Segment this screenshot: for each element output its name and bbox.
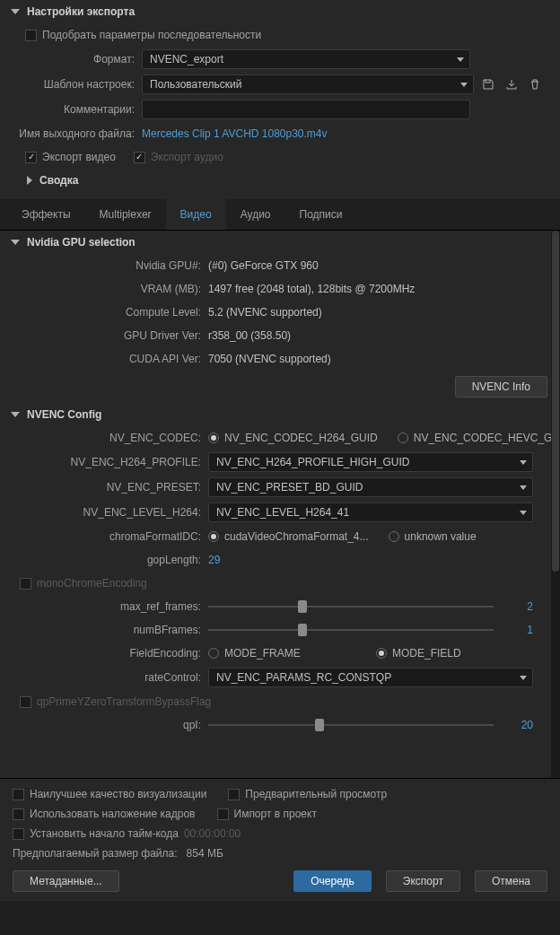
comments-input[interactable] (142, 100, 470, 119)
codec-hevc-radio[interactable]: NV_ENC_CODEC_HEVC_GUID (398, 432, 560, 444)
field-field-radio[interactable]: MODE_FIELD (376, 647, 461, 660)
level-dropdown[interactable]: NV_ENC_LEVEL_H264_41 (208, 502, 533, 522)
vram-value: 1497 free (2048 total), 128bits @ 7200MH… (208, 283, 415, 295)
cuda-value: 7050 (NVENC supported) (208, 353, 331, 365)
tab-effects[interactable]: Эффекты (7, 199, 85, 230)
qpi-slider[interactable] (208, 717, 494, 733)
import-checkbox[interactable] (217, 808, 229, 820)
overlay-label: Использовать наложение кадров (30, 808, 196, 820)
codec-h264-radio[interactable]: NV_ENC_CODEC_H264_GUID (208, 432, 378, 444)
qp-flag-label: qpPrimeYZeroTransformBypassFlag (37, 695, 211, 708)
import-label: Импорт в проект (234, 808, 317, 820)
preview-checkbox[interactable] (228, 789, 240, 800)
maxref-slider[interactable] (208, 599, 494, 615)
export-settings-header[interactable]: Настройки экспорта (0, 0, 560, 23)
tabbar: Эффекты Multiplexer Видео Аудио Подписи (0, 199, 560, 231)
vram-label: VRAM (MB): (0, 283, 208, 295)
tab-audio[interactable]: Аудио (226, 199, 285, 230)
monochrome-label: monoChromeEncoding (37, 577, 147, 590)
nv-preset-dropdown[interactable]: NV_ENC_PRESET_BD_GUID (208, 477, 533, 497)
format-label: Формат: (0, 53, 142, 66)
filesize-value: 854 МБ (187, 847, 223, 860)
monochrome-checkbox[interactable] (20, 578, 31, 590)
preset-label: Шаблон настроек: (0, 78, 142, 91)
chevron-down-icon (11, 240, 20, 245)
format-dropdown[interactable]: NVENC_export (142, 49, 470, 69)
chevron-down-icon (11, 412, 20, 417)
codec-label: NV_ENC_CODEC: (0, 432, 208, 444)
numb-slider[interactable] (208, 622, 494, 638)
compute-label: Compute Level: (0, 306, 208, 319)
driver-label: GPU Driver Ver: (0, 329, 208, 342)
gpu-section-title: Nvidia GPU selection (27, 236, 136, 249)
tab-video[interactable]: Видео (166, 199, 226, 230)
comments-label: Комментарии: (0, 103, 142, 116)
nv-preset-label: NV_ENC_PRESET: (0, 481, 208, 494)
chroma-label: chromaFormatIDC: (0, 530, 208, 543)
driver-value: r358_00 (358.50) (208, 329, 291, 342)
timecode-label: Установить начало тайм-кода (30, 827, 179, 840)
summary-header[interactable]: Сводка (0, 169, 560, 192)
chevron-right-icon (27, 176, 32, 185)
chroma-opt1-radio[interactable]: cudaVideoChromaFormat_4... (208, 530, 369, 543)
rate-dropdown[interactable]: NV_ENC_PARAMS_RC_CONSTQP (208, 668, 533, 687)
export-audio-checkbox[interactable] (134, 152, 145, 163)
gpu-section-header[interactable]: Nvidia GPU selection (0, 231, 560, 254)
filesize-label: Предполагаемый размер файла: (13, 847, 178, 860)
qpi-label: qpI: (0, 719, 208, 731)
metadata-button[interactable]: Метаданные... (13, 870, 119, 892)
numb-label: numBFrames: (0, 624, 208, 636)
best-quality-checkbox[interactable] (13, 789, 24, 800)
tab-captions[interactable]: Подписи (285, 199, 357, 230)
chevron-down-icon (11, 9, 20, 14)
import-preset-icon[interactable] (503, 75, 521, 93)
cancel-button[interactable]: Отмена (475, 870, 547, 892)
chroma-opt2-radio[interactable]: unknown value (389, 530, 477, 543)
rate-label: rateControl: (0, 671, 208, 684)
nvenc-section-title: NVENC Config (27, 408, 101, 421)
profile-label: NV_ENC_H264_PROFILE: (0, 456, 208, 468)
qp-flag-checkbox[interactable] (20, 696, 31, 708)
gpu-num-value: (#0) GeForce GTX 960 (208, 259, 319, 272)
match-sequence-label: Подобрать параметры последовательности (42, 29, 261, 41)
gop-value[interactable]: 29 (208, 554, 220, 566)
scrollbar[interactable] (551, 231, 560, 778)
preview-label: Предварительный просмотр (245, 788, 387, 800)
preset-dropdown[interactable]: Пользовательский (142, 74, 474, 94)
timecode-value: 00:00:00:00 (184, 827, 241, 840)
compute-value: 5.2 (NVENC supported) (208, 306, 322, 319)
tab-multiplexer[interactable]: Multiplexer (85, 199, 166, 230)
export-settings-title: Настройки экспорта (27, 5, 135, 18)
output-file-link[interactable]: Mercedes Clip 1 AVCHD 1080p30.m4v (142, 127, 328, 140)
nvenc-info-button[interactable]: NVENC Info (455, 376, 547, 398)
qpi-value[interactable]: 20 (506, 719, 533, 731)
export-audio-label: Экспорт аудио (151, 151, 223, 163)
field-label: FieldEncoding: (0, 647, 208, 660)
queue-button[interactable]: Очередь (293, 870, 372, 892)
output-label: Имя выходного файла: (0, 127, 142, 140)
cuda-label: CUDA API Ver: (0, 353, 208, 365)
delete-preset-icon[interactable] (526, 75, 544, 93)
export-video-label: Экспорт видео (42, 151, 116, 163)
export-video-checkbox[interactable] (25, 152, 37, 163)
maxref-label: max_ref_frames: (0, 600, 208, 613)
match-sequence-checkbox[interactable] (25, 30, 37, 41)
profile-dropdown[interactable]: NV_ENC_H264_PROFILE_HIGH_GUID (208, 452, 533, 472)
gpu-num-label: Nvidia GPU#: (0, 259, 208, 272)
maxref-value[interactable]: 2 (506, 600, 533, 613)
save-preset-icon[interactable] (479, 75, 497, 93)
gop-label: gopLength: (0, 554, 208, 566)
export-button[interactable]: Экспорт (386, 870, 460, 892)
summary-title: Сводка (39, 174, 78, 187)
field-frame-radio[interactable]: MODE_FRAME (208, 647, 356, 660)
level-label: NV_ENC_LEVEL_H264: (0, 506, 208, 519)
nvenc-section-header[interactable]: NVENC Config (0, 403, 560, 426)
best-quality-label: Наилучшее качество визуализации (30, 788, 206, 800)
numb-value[interactable]: 1 (506, 624, 533, 636)
overlay-checkbox[interactable] (13, 808, 24, 820)
timecode-checkbox[interactable] (13, 828, 24, 840)
